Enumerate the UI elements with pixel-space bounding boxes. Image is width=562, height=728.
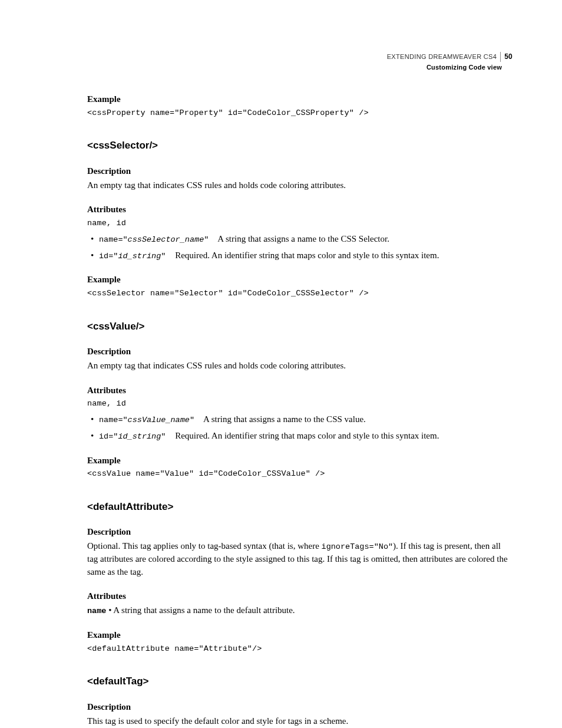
section-heading-cssvalue: <cssValue/> [87,319,513,334]
attr-code: name="cssValue_name" [99,416,194,424]
attr-desc: A string that assigns a name to the defa… [113,605,295,615]
attr-code: id="id_string" [99,252,166,261]
attributes-list: name, id [87,398,513,410]
example-code: <cssProperty name="Property" id="CodeCol… [87,107,513,119]
attributes-bullets: name="cssSelector_name" A string that as… [87,233,513,262]
attributes-label: Attributes [87,203,513,216]
example-label: Example [87,629,513,642]
example-label: Example [87,274,513,286]
list-item: name="cssValue_name" A string that assig… [87,413,513,426]
example-code: <defaultAttribute name="Attribute"/> [87,643,513,655]
attributes-list: name, id [87,218,513,229]
description-text: An empty tag that indicates CSS rules an… [87,179,513,192]
example-code: <cssValue name="Value" id="CodeColor_CSS… [87,468,513,480]
attributes-label: Attributes [87,384,513,397]
attr-desc: A string that assigns a name to the CSS … [217,234,389,243]
attributes-bullets: name="cssValue_name" A string that assig… [87,413,513,443]
section-heading-cssselector: <cssSelector/> [87,139,513,153]
section-heading-defaultattribute: <defaultAttribute> [87,500,513,515]
description-text: Optional. This tag applies only to tag-b… [87,540,513,578]
attributes-label: Attributes [87,590,513,603]
description-text: An empty tag that indicates CSS rules an… [87,360,513,373]
header-section-title: Customizing Code view [387,63,513,73]
attr-desc: Required. An identifier string that maps… [175,431,439,440]
attr-name: name [87,607,106,615]
content: Example <cssProperty name="Property" id=… [87,93,513,727]
page-header: EXTENDING DREAMWEAVER CS4 50 Customizing… [387,52,513,73]
description-label: Description [87,701,513,714]
page-number: 50 [500,52,513,62]
example-label: Example [87,93,513,106]
example-label: Example [87,454,513,467]
list-item: name="cssSelector_name" A string that as… [87,233,513,246]
attr-desc: Required. An identifier string that maps… [175,251,439,260]
section-heading-defaulttag: <defaultTag> [87,674,513,689]
attr-code: id="id_string" [99,432,166,441]
description-label: Description [87,345,513,358]
attr-code: name="cssSelector_name" [99,235,209,244]
description-label: Description [87,165,513,178]
attr-desc: A string that assigns a name to the CSS … [203,414,366,424]
page: EXTENDING DREAMWEAVER CS4 50 Customizing… [0,0,562,728]
inline-code: ignoreTags="No" [322,542,394,551]
doc-title: EXTENDING DREAMWEAVER CS4 [387,52,501,62]
description-label: Description [87,526,513,539]
attributes-line: name • A string that assigns a name to t… [87,604,513,617]
description-text: This tag is used to specify the default … [87,715,513,728]
example-code: <cssSelector name="Selector" id="CodeCol… [87,288,513,299]
header-line-1: EXTENDING DREAMWEAVER CS4 50 [387,52,513,62]
list-item: id="id_string" Required. An identifier s… [87,249,513,262]
list-item: id="id_string" Required. An identifier s… [87,430,513,443]
